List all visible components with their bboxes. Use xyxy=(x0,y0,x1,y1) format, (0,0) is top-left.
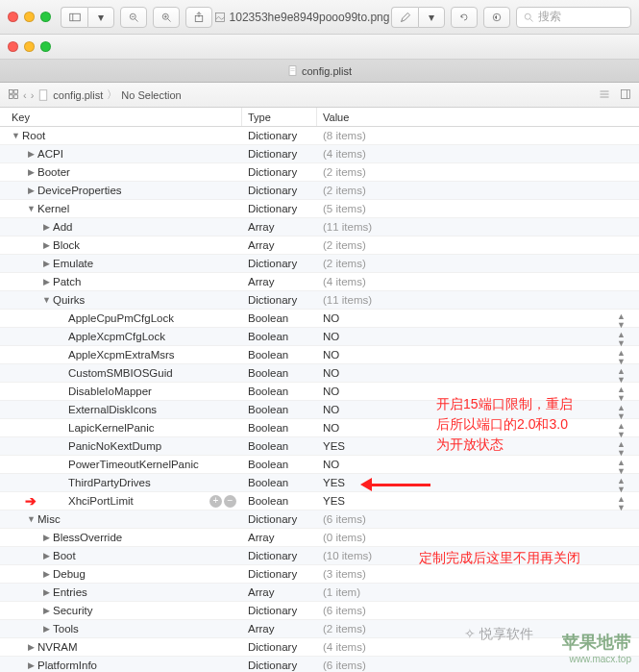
column-type[interactable]: Type xyxy=(242,108,317,126)
markup-button[interactable] xyxy=(483,7,510,28)
row-value[interactable]: NO▲▼ xyxy=(317,349,639,361)
edit-button[interactable] xyxy=(391,7,418,28)
disclosure-triangle[interactable]: ▶ xyxy=(42,551,51,560)
disclosure-triangle[interactable]: ▶ xyxy=(27,642,36,652)
plist-row[interactable]: ThirdPartyDrivesBooleanYES▲▼ xyxy=(0,474,639,492)
disclosure-triangle[interactable]: ▶ xyxy=(42,587,51,597)
add-remove-buttons: +− xyxy=(209,495,236,508)
minimize-button-2[interactable] xyxy=(24,41,35,52)
sidebar-toggle-button[interactable] xyxy=(61,7,87,28)
row-value[interactable]: YES▲▼ xyxy=(317,495,639,507)
row-key: DisableIoMapper xyxy=(68,386,152,397)
share-button[interactable] xyxy=(185,7,212,28)
disclosure-triangle[interactable]: ▶ xyxy=(42,277,51,286)
plist-row[interactable]: ▶ToolsArray(2 items) xyxy=(0,620,639,638)
row-value: (4 items) xyxy=(317,276,639,287)
plist-row[interactable]: ▶SecurityDictionary(6 items) xyxy=(0,602,639,620)
row-type: Array xyxy=(242,276,317,287)
plist-row[interactable]: ▼KernelDictionary(5 items) xyxy=(0,200,639,218)
svg-rect-21 xyxy=(14,94,18,98)
nav-forward-button[interactable]: › xyxy=(31,89,35,101)
disclosure-triangle[interactable]: ▶ xyxy=(27,167,36,177)
grid-icon[interactable] xyxy=(8,88,19,102)
list-view-icon[interactable] xyxy=(599,88,610,102)
zoom-in-button[interactable] xyxy=(153,7,180,28)
svg-rect-26 xyxy=(622,89,630,98)
rotate-button[interactable] xyxy=(451,7,478,28)
plist-row[interactable]: AppleXcpmExtraMsrsBooleanNO▲▼ xyxy=(0,346,639,364)
disclosure-triangle[interactable]: ▶ xyxy=(42,222,51,232)
plist-row[interactable]: PowerTimeoutKernelPanicBooleanNO▲▼ xyxy=(0,456,639,474)
row-value[interactable]: NO▲▼ xyxy=(317,367,639,379)
plist-row[interactable]: AppleCpuPmCfgLockBooleanNO▲▼ xyxy=(0,310,639,328)
row-type: Boolean xyxy=(242,422,317,434)
disclosure-triangle[interactable]: ▼ xyxy=(27,514,36,524)
nav-back-button[interactable]: ‹ xyxy=(23,89,27,101)
row-type: Array xyxy=(242,239,317,251)
row-value[interactable]: NO▲▼ xyxy=(317,331,639,342)
sidebar-dropdown-button[interactable]: ▾ xyxy=(87,7,114,28)
plist-row[interactable]: ▶BlockArray(2 items) xyxy=(0,236,639,255)
tab-label[interactable]: config.plist xyxy=(302,65,352,77)
plist-row[interactable]: ▶BooterDictionary(2 items) xyxy=(0,163,639,182)
row-key: Patch xyxy=(53,276,81,287)
disclosure-triangle[interactable]: ▶ xyxy=(27,149,36,159)
disclosure-triangle[interactable]: ▼ xyxy=(42,295,51,305)
row-value: (4 items) xyxy=(317,148,639,160)
disclosure-triangle[interactable]: ▶ xyxy=(27,186,36,195)
zoom-button-2[interactable] xyxy=(40,41,51,52)
plist-row[interactable]: ▶DevicePropertiesDictionary(2 items) xyxy=(0,182,639,200)
plist-row[interactable]: CustomSMBIOSGuidBooleanNO▲▼ xyxy=(0,364,639,383)
disclosure-triangle[interactable]: ▶ xyxy=(42,569,51,579)
row-key: AppleXcpmCfgLock xyxy=(68,331,165,342)
plist-row[interactable]: ▶EntriesArray(1 item) xyxy=(0,584,639,602)
row-type: Array xyxy=(242,623,317,635)
plist-row[interactable]: ▼RootDictionary(8 items) xyxy=(0,127,639,145)
row-value: (8 items) xyxy=(317,130,639,141)
disclosure-triangle[interactable]: ▶ xyxy=(42,606,51,615)
plist-file-icon xyxy=(287,65,298,76)
breadcrumb-file[interactable]: config.plist xyxy=(53,89,103,101)
edit-dropdown-button[interactable]: ▾ xyxy=(418,7,445,28)
zoom-button[interactable] xyxy=(40,12,51,22)
row-value[interactable]: NO▲▼ xyxy=(317,312,639,324)
row-type: Boolean xyxy=(242,312,317,324)
minimize-button[interactable] xyxy=(24,12,35,22)
close-button[interactable] xyxy=(8,12,18,22)
plist-row[interactable]: ▶ACPIDictionary(4 items) xyxy=(0,145,639,163)
disclosure-triangle[interactable]: ▶ xyxy=(42,624,51,634)
disclosure-triangle[interactable]: ▼ xyxy=(27,204,36,213)
row-key: Block xyxy=(53,239,80,251)
row-key: Tools xyxy=(53,623,79,635)
plist-row[interactable]: ▼MiscDictionary(6 items) xyxy=(0,510,639,529)
svg-line-6 xyxy=(168,18,171,21)
remove-button[interactable]: − xyxy=(224,495,236,508)
close-button-2[interactable] xyxy=(8,41,18,52)
row-value[interactable]: NO▲▼ xyxy=(317,459,639,470)
plist-row[interactable]: ▶NVRAMDictionary(4 items) xyxy=(0,638,639,657)
plist-row[interactable]: ➔XhciPortLimit+−BooleanYES▲▼ xyxy=(0,492,639,510)
disclosure-triangle[interactable]: ▶ xyxy=(27,660,36,670)
row-key: DeviceProperties xyxy=(37,185,122,196)
row-key: AppleXcpmExtraMsrs xyxy=(68,349,175,361)
plist-row[interactable]: ▼QuirksDictionary(11 items) xyxy=(0,291,639,310)
search-input[interactable]: 搜索 xyxy=(516,7,631,28)
row-type: Boolean xyxy=(242,459,317,470)
plist-row[interactable]: ▶AddArray(11 items) xyxy=(0,218,639,236)
plist-row[interactable]: ▶PatchArray(4 items) xyxy=(0,273,639,291)
plist-row[interactable]: ▶BlessOverrideArray(0 items) xyxy=(0,529,639,547)
disclosure-triangle[interactable]: ▶ xyxy=(42,259,51,268)
plist-row[interactable]: ▶EmulateDictionary(2 items) xyxy=(0,255,639,273)
column-key[interactable]: Key xyxy=(0,108,242,126)
file-icon xyxy=(37,89,49,101)
panel-view-icon[interactable] xyxy=(620,88,631,102)
row-key: AppleCpuPmCfgLock xyxy=(68,312,174,324)
zoom-out-button[interactable] xyxy=(120,7,147,28)
disclosure-triangle[interactable]: ▼ xyxy=(12,131,20,140)
plist-row[interactable]: ▶PlatformInfoDictionary(6 items) xyxy=(0,657,639,672)
plist-row[interactable]: AppleXcpmCfgLockBooleanNO▲▼ xyxy=(0,328,639,346)
disclosure-triangle[interactable]: ▶ xyxy=(42,240,51,250)
add-button[interactable]: + xyxy=(209,495,222,508)
disclosure-triangle[interactable]: ▶ xyxy=(42,533,51,542)
column-value[interactable]: Value xyxy=(317,108,639,126)
